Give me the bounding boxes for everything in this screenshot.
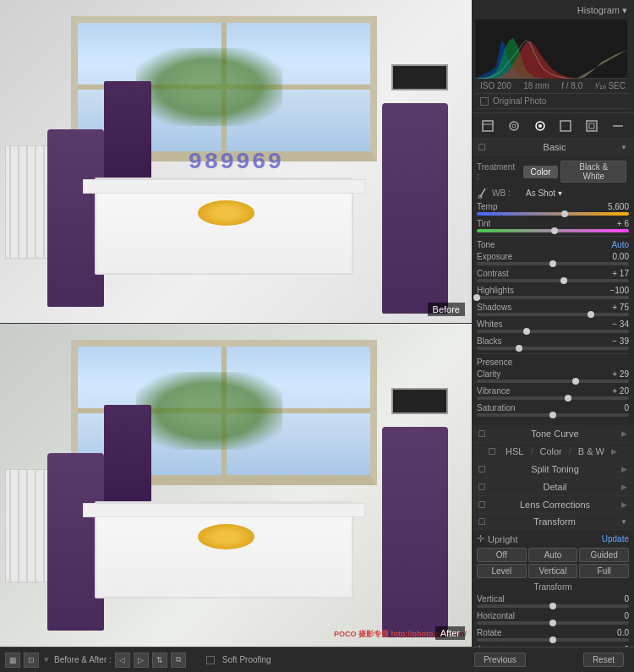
tool-graduated-icon[interactable] [557, 117, 574, 134]
horizontal-label: Horizontal [477, 611, 532, 620]
auto-btn[interactable]: Auto [611, 240, 629, 249]
contrast-value: + 17 [604, 269, 629, 278]
detail-section[interactable]: Detail ▶ [472, 478, 634, 496]
contrast-slider[interactable] [477, 279, 629, 282]
split-toning-section[interactable]: Split Toning ▶ [472, 461, 634, 478]
bw-treatment-btn[interactable]: Black & White [560, 161, 626, 183]
artwork-after [391, 388, 448, 414]
soft-proof-checkbox[interactable] [206, 656, 215, 664]
tone-curve-section[interactable]: Tone Curve ▶ [472, 425, 634, 443]
blacks-slider[interactable] [477, 347, 629, 350]
shutter-value: ¹⁄₁₆ SEC [595, 81, 626, 90]
hsl-label[interactable]: HSL [506, 446, 523, 456]
clarity-label: Clarity [477, 369, 532, 379]
tool-icons-row [472, 113, 634, 139]
tint-slider-group: Tint + 6 [477, 219, 629, 232]
tree-view-before [136, 48, 282, 125]
temp-label: Temp [477, 202, 532, 211]
room-scene-before: 989969 [0, 0, 472, 323]
transform-title: Transform [489, 516, 620, 527]
vertical-slider-group: Vertical 0 [477, 594, 629, 608]
color-treatment-btn[interactable]: Color [523, 166, 559, 178]
highlights-label: Highlights [477, 286, 532, 295]
lens-corrections-section[interactable]: Lens Corrections ▶ [472, 496, 634, 514]
tool-radial-icon[interactable] [583, 117, 600, 134]
blacks-slider-group: Blacks − 39 [477, 336, 629, 350]
tint-value: + 6 [604, 219, 629, 228]
toolbar-grid-icon[interactable]: ▦ [5, 653, 20, 668]
upright-header: ✛ Upright Update [477, 533, 629, 544]
tool-spot-icon[interactable] [506, 117, 522, 134]
upright-off-btn[interactable]: Off [477, 548, 527, 562]
previous-btn[interactable]: Previous [474, 653, 526, 667]
exposure-slider-group: Exposure 0.00 [477, 252, 629, 265]
shadows-slider[interactable] [477, 313, 629, 316]
basic-section-header[interactable]: Basic ▼ [472, 139, 634, 156]
basic-title: Basic [489, 142, 620, 152]
iso-value: ISO 200 [480, 81, 511, 90]
update-btn[interactable]: Update [602, 534, 629, 544]
rotate-value: 0.0 [604, 628, 629, 637]
treatment-row: Treatment : Color Black & White [477, 161, 629, 183]
color-tab-label[interactable]: Color [539, 446, 561, 456]
highlights-slider[interactable] [477, 296, 629, 299]
toolbar-copy-icon[interactable]: ⧉ [171, 653, 186, 668]
upright-guided-btn[interactable]: Guided [579, 548, 629, 562]
lens-corrections-label: Lens Corrections [520, 500, 590, 510]
original-photo-checkbox[interactable] [480, 97, 489, 106]
detail-arrow: ▶ [621, 483, 627, 491]
clarity-slider[interactable] [477, 380, 629, 383]
rotate-slider[interactable] [477, 638, 629, 642]
transform-toggle[interactable] [478, 518, 485, 525]
temp-value: 5,600 [604, 202, 629, 211]
horizontal-slider[interactable] [477, 621, 629, 625]
camera-info: ISO 200 18 mm f / 8.0 ¹⁄₁₆ SEC [475, 79, 631, 94]
hsl-toggle[interactable] [489, 448, 495, 455]
exposure-slider[interactable] [477, 262, 629, 265]
tool-settings-icon[interactable] [609, 117, 626, 134]
split-toning-toggle[interactable] [478, 466, 485, 473]
watermark-before: 989969 [189, 149, 284, 175]
temp-slider-group: Temp 5,600 [477, 202, 629, 216]
table-before [95, 178, 354, 275]
whites-slider[interactable] [477, 330, 629, 333]
clarity-value: + 29 [604, 369, 629, 379]
artwork-before [391, 64, 448, 90]
tool-crop-icon[interactable] [479, 117, 496, 134]
detail-toggle[interactable] [478, 484, 485, 490]
lens-corrections-toggle[interactable] [478, 501, 485, 508]
radiator-before [5, 145, 52, 259]
vibrance-slider[interactable] [477, 396, 629, 400]
temp-slider[interactable] [477, 212, 629, 216]
highlights-slider-group: Highlights −100 [477, 286, 629, 299]
toolbar-swap-icon[interactable]: ⇅ [152, 653, 167, 668]
toolbar-loupe-icon[interactable]: ⊡ [24, 653, 39, 668]
basic-arrow: ▼ [620, 144, 627, 151]
upright-vertical-btn[interactable]: Vertical [528, 564, 578, 578]
tone-curve-arrow: ▶ [621, 429, 627, 438]
reset-btn[interactable]: Reset [583, 653, 624, 667]
tint-slider[interactable] [477, 229, 629, 232]
vertical-slider[interactable] [477, 604, 629, 608]
tree-view-after [136, 372, 282, 449]
hsl-row: HSL / Color / B & W ▶ [472, 443, 634, 461]
histogram-section: Histogram ▾ [472, 0, 634, 113]
tone-curve-toggle[interactable] [478, 430, 485, 437]
right-panel: Histogram ▾ [472, 0, 634, 647]
photo-before: 989969 Before [0, 0, 472, 324]
toolbar-next-icon[interactable]: ▷ [134, 653, 149, 668]
eyedropper-icon[interactable] [477, 187, 489, 199]
basic-toggle[interactable] [478, 144, 485, 150]
toolbar-prev-icon[interactable]: ◁ [115, 653, 130, 668]
wb-value[interactable]: As Shot ▾ [526, 188, 562, 198]
transform-section-header[interactable]: Transform ▼ [472, 514, 634, 530]
upright-full-btn[interactable]: Full [579, 564, 629, 578]
horizontal-slider-group: Horizontal 0 [477, 611, 629, 625]
upright-auto-btn[interactable]: Auto [528, 548, 578, 562]
transform-arrow: ▼ [620, 518, 627, 526]
tool-redeye-icon[interactable] [532, 117, 549, 134]
upright-level-btn[interactable]: Level [477, 564, 527, 578]
bottom-right: Previous Reset [469, 653, 629, 667]
saturation-slider[interactable] [477, 413, 629, 417]
bw-tab-label[interactable]: B & W [578, 446, 604, 456]
